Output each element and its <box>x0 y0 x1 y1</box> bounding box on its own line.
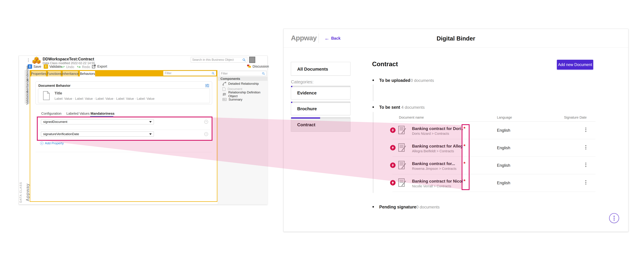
tab-behaviors[interactable]: Behaviors <box>80 71 95 76</box>
appway-vertical-brand: DATA CLASS Appway <box>19 182 30 203</box>
redo-button[interactable]: ↪ Redo <box>77 64 90 70</box>
row-menu-icon[interactable] <box>586 180 586 184</box>
preview-meta: Label: Value · Label: Value · Label: Val… <box>54 97 154 100</box>
section-to-be-uploaded: To be uploaded <box>379 78 410 83</box>
document-edit-icon <box>398 125 406 135</box>
required-asterisk: * <box>464 178 466 184</box>
filter-input[interactable] <box>221 72 262 75</box>
required-asterisk: * <box>464 125 466 131</box>
subtab-labeled-values[interactable]: Labeled Values <box>66 112 90 115</box>
discussion-icon <box>247 64 251 68</box>
behavior-filter[interactable] <box>163 71 216 76</box>
column-signature-date: Signature Date <box>564 115 586 119</box>
panel-toggle-icon[interactable] <box>249 57 255 63</box>
discussion-button[interactable]: Discussion <box>247 64 269 68</box>
export-icon <box>92 64 96 68</box>
section-count: 0 documents <box>411 78 434 83</box>
lightning-status-icon <box>390 145 396 151</box>
progress-fill <box>291 86 292 87</box>
section-to-be-sent: To be sent <box>379 105 400 110</box>
required-asterisk: * <box>464 143 466 149</box>
behavior-card-title: Document Behavior <box>38 84 70 88</box>
remove-property-icon[interactable]: − <box>204 120 208 124</box>
all-documents-card[interactable]: All Documents <box>291 62 350 76</box>
mandatory-property-select[interactable]: signatureVerificationDate <box>41 132 154 137</box>
lightning-status-icon <box>390 127 396 133</box>
category-card-brochure[interactable]: Brochure <box>291 102 350 115</box>
components-filter[interactable] <box>220 71 266 76</box>
component-summary[interactable]: Summary <box>218 97 268 102</box>
tab-band: Properties Functions Inheritance Behavio… <box>30 70 218 76</box>
digital-binder-window: Appway ← Back Digital Binder All Documen… <box>284 29 628 232</box>
tab-functions[interactable]: Functions <box>48 71 61 76</box>
lightning-status-icon <box>390 162 396 168</box>
page-title: Digital Binder <box>284 35 628 42</box>
data-class-cubes-icon <box>32 57 41 64</box>
binder-header: Appway ← Back Digital Binder <box>284 29 628 48</box>
preview-title: Title <box>54 91 62 95</box>
progress-fill <box>291 102 292 103</box>
section-pending-signature: Pending signature <box>379 205 416 209</box>
side-tab-validation[interactable]: Validation <box>25 92 30 103</box>
document-icon <box>43 91 50 100</box>
components-header: Components <box>218 77 268 81</box>
category-card-evidence[interactable]: Evidence <box>291 86 350 99</box>
required-asterisk: * <box>464 161 466 166</box>
export-button[interactable]: Export <box>92 64 107 68</box>
filter-input[interactable] <box>165 71 212 75</box>
section-bullet <box>372 79 374 81</box>
subtab-mandatoriness[interactable]: Mandatoriness <box>90 112 114 115</box>
tab-properties[interactable]: Properties <box>31 71 46 76</box>
row-menu-icon[interactable] <box>586 145 586 149</box>
undo-button[interactable]: ↩ Undo <box>61 64 74 70</box>
document-icon <box>222 87 226 91</box>
categories-label: Categories: <box>291 79 314 85</box>
section-count: 4 documents <box>401 105 424 110</box>
component-relationship-definition-object[interactable]: Relationship Definition Object <box>218 92 268 97</box>
add-new-document-button[interactable]: Add new Document <box>557 60 593 70</box>
configure-sliders-icon[interactable] <box>205 84 209 87</box>
search-icon <box>242 58 246 62</box>
business-object-search[interactable] <box>191 57 247 63</box>
document-behavior-card: Document Behavior Title Label: Value · L… <box>36 81 212 104</box>
document-edit-icon <box>398 161 406 170</box>
builder-window: DATA CLASS Appway DDWorkspaceTest:Contra… <box>19 56 268 205</box>
search-icon <box>262 72 265 75</box>
validate-button[interactable]: ! Validate <box>44 64 62 69</box>
row-menu-icon[interactable] <box>586 163 586 167</box>
validate-icon: ! <box>44 64 48 69</box>
document-edit-icon <box>398 178 406 188</box>
components-panel: Components Detailed Relationship Documen… <box>218 70 268 205</box>
tab-inheritance[interactable]: Inheritance <box>62 71 78 76</box>
redo-icon: ↪ <box>77 64 81 70</box>
object-title: DDWorkspaceTest:Contract <box>43 57 94 61</box>
mandatory-property-select[interactable]: signedDocument <box>41 119 154 124</box>
search-icon <box>212 72 215 75</box>
module-label: DATA CLASS <box>19 182 22 203</box>
progress-fill <box>291 117 320 118</box>
remove-property-icon[interactable]: − <box>204 132 208 136</box>
section-bullet <box>372 206 374 208</box>
definition-object-icon <box>222 93 226 96</box>
add-property-button[interactable]: + Add Property <box>40 142 64 145</box>
component-detailed-relationship[interactable]: Detailed Relationship <box>218 81 268 86</box>
undo-icon: ↩ <box>61 64 65 70</box>
save-button[interactable]: ⇩ Save <box>28 64 41 69</box>
timeline-line <box>373 84 373 101</box>
column-document-name: Document name <box>399 115 424 119</box>
window-menu-icon[interactable] <box>28 59 29 62</box>
lightning-status-icon <box>390 180 396 186</box>
plus-icon: + <box>40 142 44 145</box>
subtab-configuration[interactable]: Configuration <box>41 112 62 115</box>
category-heading: Contract <box>372 61 398 68</box>
summary-icon <box>222 98 226 101</box>
search-input[interactable] <box>192 58 242 62</box>
column-language: Language <box>497 115 512 119</box>
section-count: 0 documents <box>416 205 440 209</box>
row-menu-icon[interactable] <box>586 127 586 132</box>
category-card-contract[interactable]: Contract <box>291 117 350 132</box>
progress-track <box>291 86 350 87</box>
floating-menu-button[interactable] <box>609 213 619 223</box>
progress-track <box>291 117 350 118</box>
chevron-down-icon <box>149 121 152 123</box>
